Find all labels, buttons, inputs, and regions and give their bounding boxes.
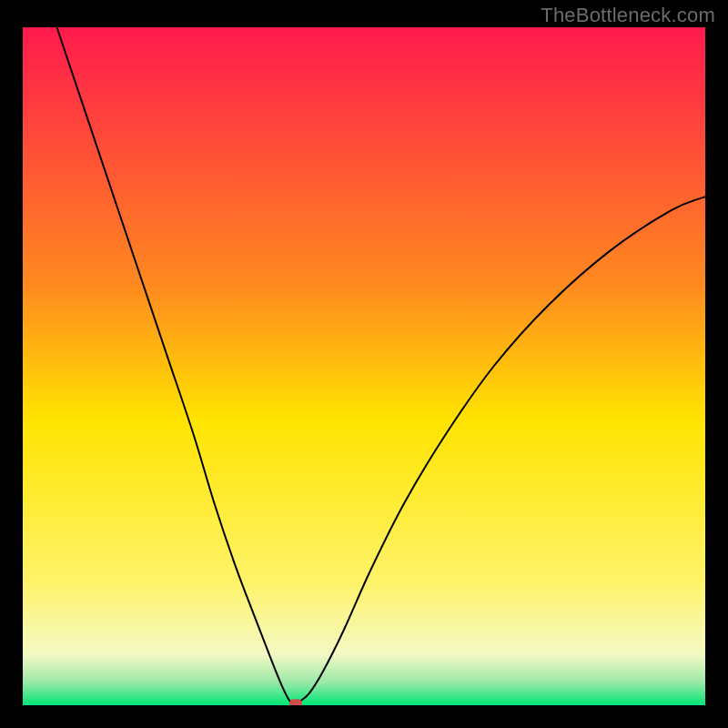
- bottleneck-chart: [23, 27, 705, 705]
- chart-frame: TheBottleneck.com: [0, 0, 728, 728]
- optimal-marker: [289, 699, 302, 705]
- watermark-label: TheBottleneck.com: [541, 4, 715, 27]
- gradient-background: [23, 27, 705, 705]
